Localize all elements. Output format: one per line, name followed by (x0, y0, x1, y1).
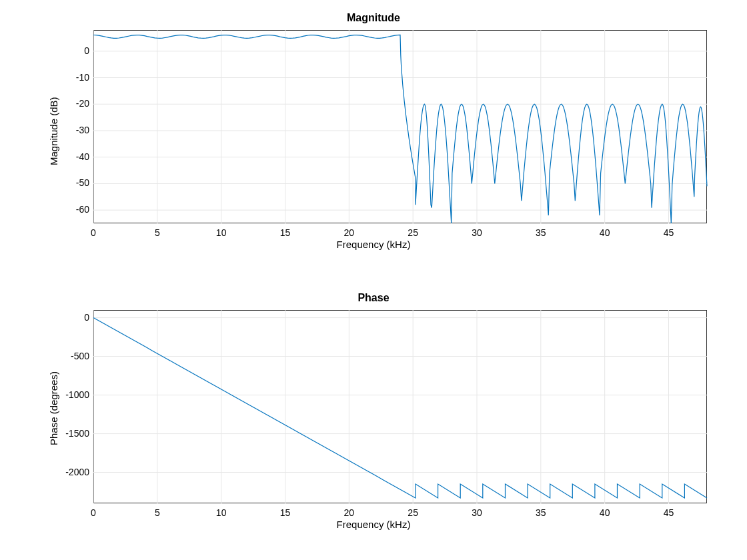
phase-xlabel: Frequency (kHz) (0, 519, 747, 530)
xtick-label: 20 (341, 507, 357, 518)
phase-subplot: Phase 051015202530354045 -2000-1500-1000… (0, 280, 747, 560)
xtick-label: 25 (405, 227, 421, 238)
ytick-label: -2000 (65, 467, 89, 477)
magnitude-ylabel: Magnitude (dB) (48, 97, 59, 165)
ytick-label: 0 (84, 312, 89, 323)
xtick-label: 15 (277, 507, 293, 518)
xtick-label: 40 (597, 227, 613, 238)
magnitude-plot-area (93, 30, 707, 223)
xtick-label: 5 (149, 227, 165, 238)
xtick-label: 40 (597, 507, 613, 518)
magnitude-trace (93, 35, 707, 224)
xtick-label: 45 (661, 227, 677, 238)
ytick-label: -30 (76, 125, 89, 135)
ytick-label: -60 (76, 204, 89, 215)
xtick-label: 0 (85, 227, 101, 238)
figure: Magnitude 051015202530354045 -60-50-40-3… (0, 0, 747, 560)
xtick-label: 25 (405, 507, 421, 518)
xtick-label: 15 (277, 227, 293, 238)
phase-plot-area (93, 310, 707, 503)
ytick-label: -1000 (65, 389, 89, 400)
magnitude-xlabel: Frequency (kHz) (0, 239, 747, 250)
ytick-label: -50 (76, 177, 89, 188)
xtick-label: 35 (533, 227, 549, 238)
xtick-label: 5 (149, 507, 165, 518)
xtick-label: 0 (85, 507, 101, 518)
xtick-label: 45 (661, 507, 677, 518)
xtick-label: 35 (533, 507, 549, 518)
ytick-label: 0 (84, 45, 89, 56)
phase-ylabel: Phase (degrees) (48, 371, 59, 445)
magnitude-subplot: Magnitude 051015202530354045 -60-50-40-3… (0, 0, 747, 280)
ytick-label: -500 (71, 351, 89, 361)
magnitude-title: Magnitude (0, 12, 747, 24)
xtick-label: 20 (341, 227, 357, 238)
ytick-label: -40 (76, 151, 89, 162)
xtick-label: 10 (213, 227, 229, 238)
ytick-label: -10 (76, 72, 89, 83)
xtick-label: 30 (469, 507, 485, 518)
xtick-label: 10 (213, 507, 229, 518)
phase-trace (93, 318, 707, 498)
xtick-label: 30 (469, 227, 485, 238)
ytick-label: -20 (76, 98, 89, 109)
phase-title: Phase (0, 292, 747, 304)
ytick-label: -1500 (65, 428, 89, 439)
